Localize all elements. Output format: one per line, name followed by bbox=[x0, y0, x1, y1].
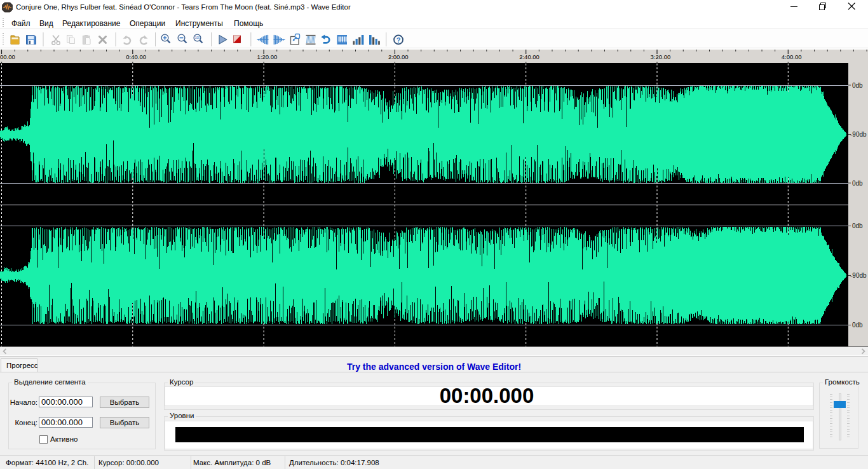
svg-text:0db: 0db bbox=[852, 222, 863, 229]
svg-text:0:00.00: 0:00.00 bbox=[0, 53, 15, 60]
svg-text:1:20.00: 1:20.00 bbox=[257, 53, 278, 60]
svg-text:2:40.00: 2:40.00 bbox=[519, 53, 539, 60]
svg-text:-90db: -90db bbox=[850, 131, 867, 138]
svg-text:0:40.00: 0:40.00 bbox=[126, 53, 146, 60]
svg-text:0db: 0db bbox=[852, 322, 863, 329]
svg-text:2:00.00: 2:00.00 bbox=[388, 53, 409, 60]
svg-text:?: ? bbox=[397, 36, 401, 44]
svg-text:-90db: -90db bbox=[850, 272, 867, 279]
svg-text:3:20.00: 3:20.00 bbox=[651, 53, 671, 60]
svg-text:0db: 0db bbox=[852, 180, 863, 187]
svg-text:4:00.00: 4:00.00 bbox=[782, 53, 802, 60]
svg-text:100: 100 bbox=[195, 36, 200, 39]
svg-text:0db: 0db bbox=[852, 82, 863, 89]
